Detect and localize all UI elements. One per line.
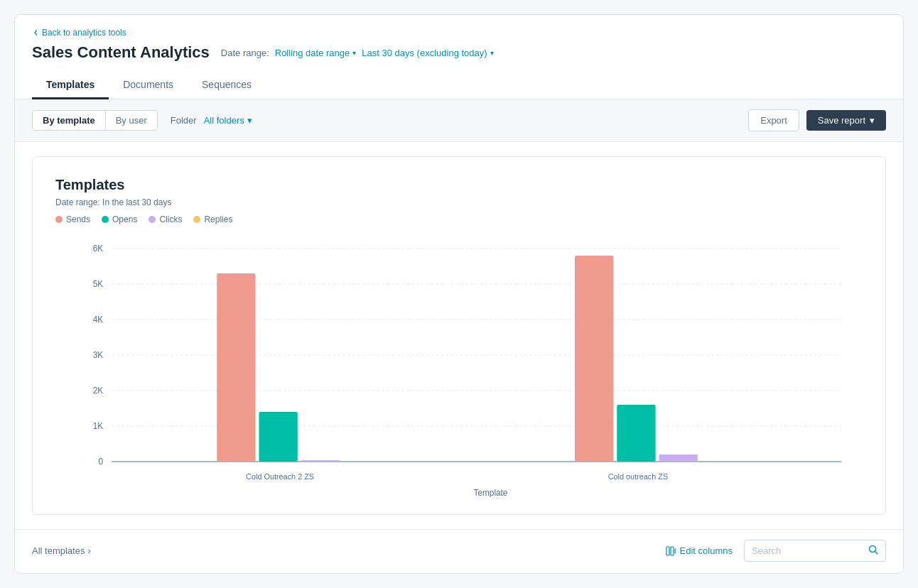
tabs-row: Templates Documents Sequences: [32, 72, 886, 99]
rolling-date-range-dropdown[interactable]: Rolling date range ▾: [275, 48, 357, 58]
legend-opens: Opens: [102, 214, 137, 224]
legend-dot-clicks: [148, 216, 156, 223]
export-button[interactable]: Export: [748, 109, 799, 131]
edit-columns-button[interactable]: Edit columns: [666, 545, 733, 556]
by-user-button[interactable]: By user: [106, 111, 157, 130]
chevron-down-icon: ▾: [490, 49, 494, 57]
svg-text:1K: 1K: [93, 421, 104, 431]
search-input[interactable]: [752, 545, 864, 556]
bar-group1-clicks: [301, 460, 340, 462]
svg-line-21: [875, 552, 878, 555]
svg-text:6K: 6K: [93, 244, 104, 254]
folder-label: Folder: [171, 115, 197, 126]
legend-dot-opens: [102, 216, 109, 223]
tab-sequences[interactable]: Sequences: [188, 72, 266, 99]
bar-chart-svg: 6K 5K 4K 3K 2K 1K 0 Cold Outreach 2 ZS: [55, 241, 863, 497]
header-row: Sales Content Analytics Date range: Roll…: [32, 43, 886, 62]
arrow-right-icon: ›: [87, 545, 90, 556]
bottom-right: Edit columns: [666, 540, 886, 562]
svg-text:4K: 4K: [93, 315, 104, 325]
chart-date-range: Date range: In the last 30 days: [55, 197, 863, 207]
svg-text:Cold Outreach 2 ZS: Cold Outreach 2 ZS: [246, 472, 314, 481]
legend-sends: Sends: [55, 214, 90, 224]
svg-text:0: 0: [99, 457, 104, 467]
legend-clicks: Clicks: [148, 214, 182, 224]
chevron-left-icon: [32, 29, 39, 36]
bar-group1-sends: [217, 273, 255, 462]
chart-area: 6K 5K 4K 3K 2K 1K 0 Cold Outreach 2 ZS: [55, 241, 863, 497]
chart-card: Templates Date range: In the last 30 day…: [32, 156, 886, 515]
svg-text:Template: Template: [473, 488, 507, 497]
date-range-value-dropdown[interactable]: Last 30 days (excluding today) ▾: [362, 48, 493, 58]
chevron-down-icon: ▾: [352, 49, 356, 57]
svg-text:Cold outreach ZS: Cold outreach ZS: [608, 472, 668, 481]
svg-rect-18: [671, 547, 674, 555]
search-icon: [868, 545, 878, 557]
back-link[interactable]: Back to analytics tools: [32, 28, 886, 38]
bottom-bar: All templates › Edit columns: [15, 529, 903, 572]
bar-group2-sends: [575, 256, 613, 462]
legend-replies: Replies: [193, 214, 232, 224]
bar-group1-opens: [259, 412, 297, 462]
by-template-button[interactable]: By template: [33, 111, 106, 130]
page-header: Back to analytics tools Sales Content An…: [15, 15, 903, 99]
chevron-down-icon: ▾: [870, 115, 875, 126]
all-templates-link[interactable]: All templates ›: [32, 545, 91, 556]
legend-dot-replies: [193, 216, 200, 223]
svg-text:3K: 3K: [93, 350, 104, 360]
page-wrapper: Back to analytics tools Sales Content An…: [14, 14, 904, 574]
svg-text:2K: 2K: [93, 386, 104, 396]
chart-legend: Sends Opens Clicks Replies: [55, 214, 863, 224]
save-report-button[interactable]: Save report ▾: [806, 110, 886, 131]
search-box: [744, 540, 886, 562]
page-title: Sales Content Analytics: [32, 43, 210, 62]
chevron-down-icon: ▾: [247, 115, 252, 126]
legend-dot-sends: [55, 216, 63, 223]
chart-title: Templates: [55, 177, 863, 193]
svg-rect-17: [666, 547, 669, 555]
view-toggle-group: By template By user: [32, 110, 158, 131]
all-folders-dropdown[interactable]: All folders ▾: [204, 115, 252, 126]
bar-group2-opens: [617, 405, 655, 462]
bar-group2-clicks: [659, 454, 698, 462]
tab-templates[interactable]: Templates: [32, 72, 109, 99]
svg-text:5K: 5K: [93, 279, 104, 289]
toolbar: By template By user Folder All folders ▾…: [15, 99, 903, 142]
date-range-row: Date range: Rolling date range ▾ Last 30…: [221, 48, 494, 58]
svg-rect-19: [675, 549, 676, 553]
tab-documents[interactable]: Documents: [109, 72, 188, 99]
columns-icon: [666, 546, 676, 556]
